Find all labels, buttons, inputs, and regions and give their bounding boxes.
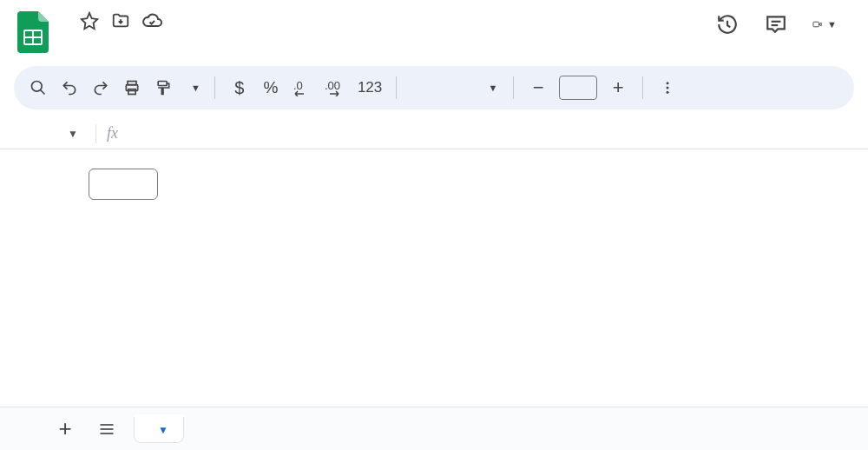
header: ▼ [0, 0, 868, 57]
move-to-folder-icon[interactable] [109, 10, 132, 32]
svg-point-16 [667, 91, 669, 94]
comments-icon[interactable] [764, 12, 788, 36]
svg-text:.0: .0 [293, 79, 303, 92]
separator [396, 76, 397, 99]
title-block [59, 7, 715, 36]
add-rows-bar [0, 149, 868, 200]
search-menus-icon[interactable] [24, 74, 52, 102]
formula-bar: ▼ fx [0, 118, 868, 149]
name-box[interactable]: ▼ [9, 128, 85, 140]
chevron-down-icon: ▼ [191, 83, 201, 93]
sheet-tab-products[interactable]: ▼ [134, 414, 184, 443]
meet-icon[interactable]: ▼ [812, 12, 837, 36]
increase-font-icon[interactable]: + [604, 74, 632, 102]
chevron-down-icon: ▼ [488, 83, 497, 93]
paint-format-icon[interactable] [149, 74, 177, 102]
redo-icon[interactable] [87, 74, 115, 102]
chevron-down-icon: ▼ [68, 128, 78, 140]
add-rows-count-input[interactable] [89, 169, 158, 200]
toolbar-container: ▼ $ % .0 .00 123 ▼ − + [0, 57, 868, 109]
separator [214, 76, 215, 99]
svg-point-15 [667, 87, 669, 89]
header-right: ▼ [715, 7, 854, 36]
history-icon[interactable] [715, 12, 740, 36]
svg-text:.00: .00 [325, 79, 340, 92]
add-sheet-icon[interactable]: + [50, 414, 80, 444]
decrease-decimal-icon[interactable]: .0 [288, 74, 316, 102]
sheets-logo[interactable] [14, 7, 52, 57]
more-toolbar-icon[interactable] [654, 74, 681, 102]
doc-title[interactable] [59, 19, 69, 23]
chevron-down-icon: ▼ [158, 424, 168, 436]
font-select[interactable]: ▼ [407, 83, 503, 93]
cloud-status-icon[interactable] [141, 10, 163, 32]
decrease-font-icon[interactable]: − [524, 74, 552, 102]
svg-point-6 [32, 82, 43, 92]
svg-rect-5 [813, 22, 819, 27]
svg-line-7 [41, 90, 45, 95]
sheets-bar: + ▼ [0, 407, 868, 450]
separator [642, 76, 643, 99]
svg-rect-11 [158, 82, 167, 86]
more-formats-icon[interactable]: 123 [354, 74, 385, 102]
zoom-select[interactable]: ▼ [181, 83, 204, 93]
separator [95, 124, 96, 143]
separator [513, 76, 514, 99]
title-row [59, 7, 715, 35]
chevron-down-icon: ▼ [827, 19, 837, 30]
fx-icon[interactable]: fx [107, 124, 118, 142]
undo-icon[interactable] [56, 74, 83, 102]
svg-point-14 [667, 82, 669, 84]
star-icon[interactable] [78, 10, 101, 32]
print-icon[interactable] [118, 74, 146, 102]
increase-decimal-icon[interactable]: .00 [319, 74, 351, 102]
currency-format-icon[interactable]: $ [226, 74, 253, 102]
percent-format-icon[interactable]: % [257, 74, 285, 102]
toolbar: ▼ $ % .0 .00 123 ▼ − + [14, 66, 854, 109]
font-size-control: − + [524, 74, 632, 102]
font-size-input[interactable] [559, 76, 597, 100]
all-sheets-icon[interactable] [92, 414, 122, 444]
